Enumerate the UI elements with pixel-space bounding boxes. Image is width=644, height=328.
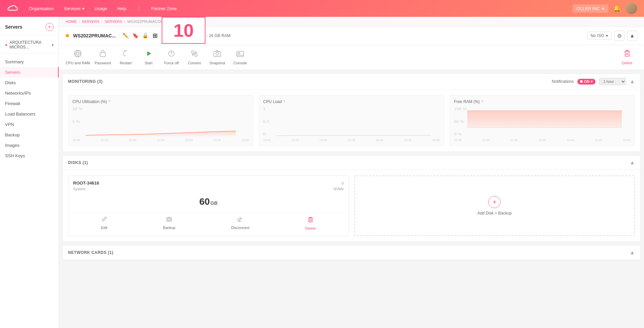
force-off-button[interactable]: Force off — [161, 50, 182, 65]
nav-help[interactable]: Help — [117, 6, 126, 11]
disk-badge: 0 — [342, 181, 344, 185]
free-ram-chart: Free RAM (%) ? 100 % 60 % 0 % — [450, 95, 635, 146]
cpu-util-chart-area: 10 % 5 % — [72, 107, 249, 137]
password-icon — [99, 49, 106, 59]
disk-delete-label: Delete — [305, 226, 316, 230]
sidebar-org[interactable]: ● ARQUITECTURA MICROS... ▾ — [0, 38, 59, 54]
svg-rect-38 — [167, 218, 171, 221]
edit-server-icon[interactable]: ✏️ — [123, 33, 129, 39]
delete-button[interactable]: Delete — [617, 49, 637, 65]
sidebar-item-images[interactable]: Images — [0, 140, 59, 151]
console-label: Console — [233, 61, 247, 65]
user-avatar[interactable] — [626, 3, 637, 14]
collapse-button[interactable]: ▲ — [627, 31, 637, 41]
network-cards-collapse-chevron[interactable]: ▲ — [630, 250, 635, 256]
disks-collapse-chevron[interactable]: ▲ — [630, 160, 635, 166]
svg-point-22 — [216, 53, 219, 55]
cpu-load-info-icon[interactable]: ? — [283, 100, 285, 104]
breadcrumb-servers2[interactable]: SERVERS — [105, 20, 122, 24]
tag-icon[interactable]: 🔖 — [132, 33, 139, 39]
nav-services[interactable]: Services ▾ — [64, 6, 85, 11]
add-server-button[interactable]: + — [45, 23, 54, 31]
flag-icon: 🇫🇷 — [162, 33, 167, 38]
disk-backup-icon — [166, 216, 172, 224]
sidebar-firewall-label: Firewall — [5, 101, 20, 106]
add-disk-card[interactable]: + Add Disk + Backup — [354, 175, 635, 236]
breadcrumb-sep2: / — [101, 20, 102, 24]
monitoring-collapse-chevron[interactable]: ▲ — [630, 78, 635, 85]
org-name-label: ARQUITECTURA MICROS... — [9, 40, 50, 50]
svg-text:0.5: 0.5 — [263, 120, 269, 124]
sidebar-networks-label: Networks/IPs — [5, 91, 31, 96]
disk-delete-button[interactable]: Delete — [305, 216, 316, 230]
time-period-selector[interactable]: 1 hour 6 hours 24 hours — [599, 78, 626, 85]
sidebar-lb-label: Load Balancers — [5, 111, 35, 117]
convert-label: Convert — [188, 61, 201, 65]
sidebar-item-vpn[interactable]: VPN — [0, 119, 59, 130]
free-ram-info-icon[interactable]: ? — [481, 100, 483, 104]
disk-backup-label: Backup — [163, 226, 175, 230]
sidebar-ssh-label: SSH Keys — [5, 153, 25, 158]
convert-button[interactable]: Convert — [184, 50, 204, 65]
sidebar-title: Servers — [5, 24, 22, 30]
svg-rect-37 — [467, 111, 622, 128]
breadcrumb-current: WS2022PRUMACOO1 — [127, 20, 165, 24]
toggle-state: ON — [584, 79, 590, 84]
server-status-dot — [66, 34, 69, 37]
sidebar-item-firewall[interactable]: Firewall — [0, 98, 59, 109]
disk-disconnect-button[interactable]: Disconnect — [231, 216, 249, 230]
org-dropdown-arrow: ▾ — [52, 43, 54, 47]
snapshot-button[interactable]: Snapshot — [207, 50, 227, 65]
server-location: 🇫🇷 🇫🇷 Paris — [162, 33, 184, 38]
disks-grid: ROOT-34616 0 System NVMe 60GB — [63, 170, 640, 241]
cpu-util-info-icon[interactable]: ? — [108, 100, 110, 104]
breadcrumb-sep1: / — [79, 20, 80, 24]
disk-edit-button[interactable]: Edit — [101, 216, 107, 230]
console-button[interactable]: Console — [230, 51, 250, 65]
breadcrumb-servers[interactable]: SERVERS — [82, 20, 99, 24]
gear-button[interactable]: ⚙ — [614, 31, 624, 41]
server-name: WS2022PRUMAC... — [73, 33, 116, 38]
sidebar-item-ssh-keys[interactable]: SSH Keys — [0, 151, 59, 161]
nav-partner-zone[interactable]: Partner Zone — [151, 6, 177, 11]
sidebar-item-summary[interactable]: Summary — [0, 57, 59, 67]
sidebar-item-backup[interactable]: Backup — [0, 130, 59, 140]
nav-usage[interactable]: Usage — [95, 6, 107, 11]
iso-selector[interactable]: No ISO ▾ — [587, 32, 612, 40]
disk-disconnect-icon — [237, 216, 243, 224]
restart-button[interactable]: Restart — [116, 50, 136, 65]
disk-type-row: System NVMe — [73, 187, 344, 191]
force-off-label: Force off — [164, 61, 179, 65]
breadcrumb-home[interactable]: HOME — [66, 20, 77, 24]
notification-bell[interactable]: 🔔 — [613, 5, 621, 12]
nav-organisation[interactable]: Organisation — [29, 6, 54, 11]
disk-storage-type: NVMe — [333, 187, 344, 191]
cpu-load-chart-area: 1 0.5 0 — [263, 107, 440, 137]
disk-backup-button[interactable]: Backup — [163, 216, 175, 230]
sidebar-item-disks[interactable]: Disks — [0, 77, 59, 88]
password-button[interactable]: Password — [93, 49, 113, 65]
delete-icon — [623, 49, 631, 59]
svg-text:60 %: 60 % — [454, 120, 464, 124]
force-off-icon — [168, 50, 175, 59]
svg-rect-23 — [237, 51, 244, 57]
disk-delete-icon — [308, 216, 314, 225]
start-button[interactable]: Start — [138, 50, 159, 65]
org-selector[interactable]: OLLER INC ▾ — [573, 4, 608, 13]
logo[interactable] — [7, 4, 19, 13]
server-action-icons: ✏️ 🔖 🔒 — [123, 33, 149, 39]
svg-rect-15 — [100, 53, 105, 57]
sidebar-item-networks-ips[interactable]: Networks/IPs — [0, 88, 59, 98]
console-icon — [236, 51, 244, 59]
sidebar-item-load-balancers[interactable]: Load Balancers — [0, 109, 59, 119]
cpu-ram-button[interactable]: CPU and RAM — [66, 50, 90, 65]
snapshot-icon — [213, 50, 221, 59]
lock-icon[interactable]: 🔒 — [142, 33, 149, 39]
network-cards-title: NETWORK CARDS (1) — [68, 250, 114, 255]
server-header: WS2022PRUMAC... ✏️ 🔖 🔒 ⊞ 🇫🇷 🇫🇷 Paris 2 C… — [59, 27, 644, 45]
sidebar: Servers + ● ARQUITECTURA MICROS... ▾ Sum… — [0, 17, 59, 328]
notifications-toggle[interactable]: ON ▾ — [577, 79, 596, 85]
cpu-load-time-labels: 10:0510:2510:3010:3510:4010:4510:50 — [263, 138, 440, 142]
svg-text:0: 0 — [263, 132, 266, 136]
sidebar-item-servers[interactable]: Servers — [0, 67, 59, 77]
